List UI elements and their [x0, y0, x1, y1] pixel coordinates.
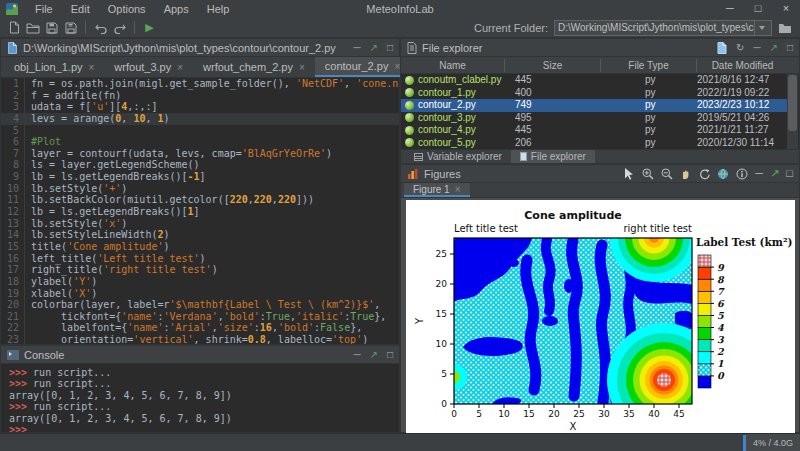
pan-hand-icon[interactable] [680, 168, 691, 180]
column-header-date[interactable]: Date Modified [697, 59, 788, 72]
code-line[interactable]: 5 [1, 125, 399, 137]
code-line[interactable]: 10lb.setStyle('+') [1, 183, 399, 195]
panel-minimize-icon[interactable]: ─ [353, 43, 360, 53]
window-maximize-icon[interactable]: □ [744, 0, 772, 18]
plot-left-title: Left title test [454, 223, 518, 234]
file-row[interactable]: contour_2.py749py2023/2/23 10:12 [401, 99, 788, 112]
editor-tab-obj_Lion_1-py[interactable]: obj_Lion_1.py× [4, 57, 104, 77]
code-line[interactable]: 20colorbar(layer, label=r'$\mathbf{Label… [1, 299, 399, 311]
file-list-scrollbar[interactable] [787, 74, 798, 151]
file-row[interactable]: contour_1.py400py2022/1/19 09:22 [401, 87, 788, 100]
panel-float-icon[interactable]: ↗ [370, 43, 378, 53]
code-line[interactable]: 15title('Cone amplitude') [1, 241, 399, 253]
y-tick-label: 0 [441, 399, 447, 409]
rotate-icon[interactable] [698, 168, 710, 180]
code-line[interactable]: 13lb.setStyle('x') [1, 218, 399, 230]
column-header-filetype[interactable]: File Type [601, 59, 697, 72]
editor-tab-wrfout_3-py[interactable]: wrfout_3.py× [104, 57, 193, 77]
column-header-size[interactable]: Size [505, 59, 601, 72]
code-line[interactable]: 3udata = f['u'][4,:,:] [1, 101, 399, 113]
panel-minimize-icon[interactable]: ─ [353, 350, 360, 360]
panel-maximize-icon[interactable]: □ [387, 350, 393, 360]
run-script-button[interactable]: ▶ [140, 19, 159, 37]
new-file-icon[interactable] [716, 42, 727, 54]
file-row[interactable]: contour_5.py206py2020/12/30 11:14 [401, 137, 788, 150]
tab-close-icon[interactable]: × [455, 184, 461, 195]
panel-float-icon[interactable]: ↗ [370, 350, 378, 360]
open-file-button[interactable] [23, 19, 42, 37]
code-line[interactable]: 16left_title('Left title test') [1, 253, 399, 265]
code-line[interactable]: 9lb = ls.getLegendBreaks()[-1] [1, 171, 399, 183]
redo-button[interactable] [110, 19, 129, 37]
refresh-icon[interactable]: ↻ [736, 43, 744, 53]
code-line[interactable]: 8ls = layer.getLegendScheme() [1, 159, 399, 171]
tab-variable-explorer[interactable]: Variable explorer [405, 150, 511, 163]
console-panel: Console ─ ↗ □ >>> run script...>>> run s… [0, 345, 400, 433]
editor-tab-wrfout_chem_2-py[interactable]: wrfout_chem_2.py× [193, 57, 315, 77]
status-bar: 4% / 4.0G [0, 433, 800, 451]
code-line[interactable]: 23 orientation='vertical', shrink=0.8, l… [1, 334, 399, 344]
memory-indicator[interactable]: 4% / 4.0G [746, 434, 800, 451]
tab-figure-1[interactable]: Figure 1 × [404, 183, 470, 197]
figure-canvas[interactable]: Cone amplitude Left title test right tit… [406, 200, 795, 433]
code-line[interactable]: 11lb.setBackColor(miutil.getcolor([220,2… [1, 194, 399, 206]
colorbar-tick-label: 2 [717, 346, 725, 357]
zoom-in-icon[interactable] [642, 168, 654, 180]
panel-maximize-icon[interactable]: □ [786, 168, 793, 179]
title-bar: File Edit Options Apps Help MeteoInfoLab… [0, 0, 800, 18]
panel-minimize-icon[interactable]: ─ [755, 168, 763, 179]
menu-edit[interactable]: Edit [62, 0, 99, 18]
console-output[interactable]: >>> run script...>>> run script...array(… [1, 364, 399, 432]
file-row[interactable]: contour_4.py445py2021/1/21 11:27 [401, 124, 788, 137]
tab-close-icon[interactable]: × [299, 62, 305, 73]
editor-tab-bar: obj_Lion_1.py×wrfout_3.py×wrfout_chem_2.… [1, 57, 399, 78]
tab-file-explorer[interactable]: File explorer [511, 150, 595, 163]
colorbar-segment [698, 328, 711, 340]
code-line[interactable]: 7layer = contourf(udata, levs, cmap='BlA… [1, 148, 399, 160]
code-line[interactable]: 14lb.setStyleLineWidth(2) [1, 229, 399, 241]
panel-float-icon[interactable]: ↗ [770, 43, 778, 53]
menu-apps[interactable]: Apps [155, 0, 198, 18]
new-file-button[interactable] [4, 19, 23, 37]
globe-icon[interactable] [717, 168, 729, 180]
current-folder-combobox[interactable]: D:\Working\MIScript\Jython\mis\plot_type… [554, 20, 772, 36]
save-button[interactable] [42, 19, 61, 37]
select-cursor-icon[interactable] [624, 168, 635, 180]
menu-help[interactable]: Help [198, 0, 239, 18]
panel-maximize-icon[interactable]: □ [787, 43, 793, 53]
code-line[interactable]: 6#Plot [1, 136, 399, 148]
code-line[interactable]: 18ylabel('Y') [1, 276, 399, 288]
code-line[interactable]: 12lb = ls.getLegendBreaks()[1] [1, 206, 399, 218]
panel-maximize-icon[interactable]: □ [387, 43, 393, 53]
file-row[interactable]: conoutm_clabel.py445py2021/8/16 12:47 [401, 74, 788, 87]
window-close-icon[interactable]: × [772, 0, 800, 18]
code-line[interactable]: 22 labelfont={'name':'Arial','size':16,'… [1, 322, 399, 334]
code-line[interactable]: 19xlabel('X') [1, 288, 399, 300]
panel-float-icon[interactable]: ↗ [770, 168, 779, 179]
browse-folder-icon[interactable] [778, 22, 792, 34]
zoom-out-icon[interactable] [661, 168, 673, 180]
code-area[interactable]: 1fn = os.path.join(migl.get_sample_folde… [1, 78, 399, 344]
code-line[interactable]: 17right_title('right title test') [1, 264, 399, 276]
panel-minimize-icon[interactable]: ─ [753, 43, 760, 53]
chevron-down-icon[interactable] [754, 21, 768, 35]
tab-close-icon[interactable]: × [177, 62, 183, 73]
tab-close-icon[interactable]: × [89, 62, 95, 73]
line-number: 10 [1, 183, 25, 195]
save-all-button[interactable] [61, 19, 80, 37]
contour-plot: Cone amplitude Left title test right tit… [406, 200, 795, 433]
editor-tab-contour_2-py[interactable]: contour_2.py× [315, 57, 410, 77]
menu-file[interactable]: File [26, 0, 62, 18]
window-minimize-icon[interactable]: ─ [716, 0, 744, 18]
code-line[interactable]: 2f = addfile(fn) [1, 90, 399, 102]
code-line[interactable]: 21 tickfont={'name':'Verdana','bold':Tru… [1, 311, 399, 323]
x-tick-label: 15 [523, 409, 534, 419]
code-line[interactable]: 1fn = os.path.join(migl.get_sample_folde… [1, 78, 399, 90]
line-number: 11 [1, 194, 25, 206]
menu-options[interactable]: Options [99, 0, 155, 18]
info-icon[interactable] [736, 168, 748, 180]
file-row[interactable]: contour_3.py495py2019/5/21 04:26 [401, 112, 788, 125]
code-line[interactable]: 4levs = arange(0, 10, 1) [1, 113, 399, 125]
undo-button[interactable] [91, 19, 110, 37]
column-header-name[interactable]: Name [401, 59, 505, 72]
